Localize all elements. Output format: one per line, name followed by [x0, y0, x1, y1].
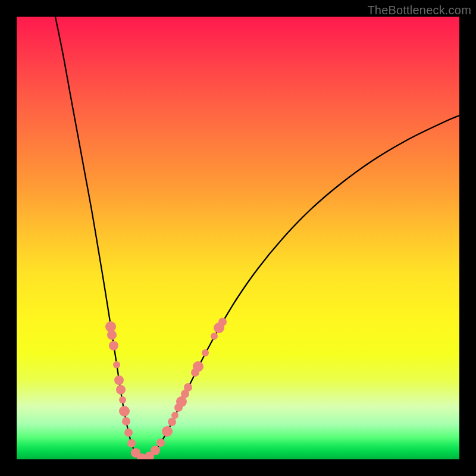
data-point-left [114, 375, 124, 385]
chart-frame: TheBottleneck.com [0, 0, 476, 476]
data-point-left [116, 385, 126, 394]
bottleneck-curve-svg [17, 17, 459, 459]
data-point-right [211, 333, 218, 340]
data-point-right [218, 318, 227, 326]
data-point-right [202, 349, 209, 356]
data-point-left [109, 341, 118, 350]
data-point-left [124, 428, 133, 437]
data-points-layer [105, 318, 227, 459]
curve-left-branch [55, 17, 143, 459]
watermark-text: TheBottleneck.com [367, 4, 471, 17]
plot-area [17, 17, 459, 459]
data-point-left [119, 406, 130, 416]
data-point-left [119, 396, 126, 403]
curve-right-branch [143, 115, 459, 459]
data-point-left [127, 439, 136, 447]
data-point-right [162, 426, 173, 437]
data-point-right [171, 412, 178, 419]
data-point-right [151, 446, 160, 455]
data-point-right [184, 383, 192, 392]
data-point-left [113, 361, 120, 368]
curve-layer [55, 17, 459, 459]
data-point-right [156, 439, 165, 447]
data-point-right [193, 361, 203, 372]
data-point-right [168, 418, 176, 426]
data-point-left [122, 417, 130, 425]
data-point-left [107, 330, 117, 340]
